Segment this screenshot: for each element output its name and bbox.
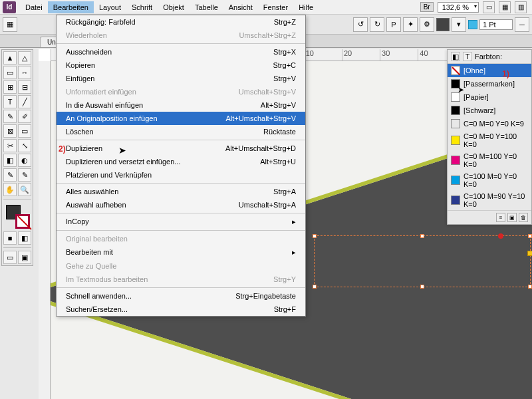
swatches-footer: ≡ ▣ 🗑 xyxy=(448,210,531,224)
scissors-tool-icon[interactable]: ✂ xyxy=(3,139,17,152)
menu-objekt[interactable]: Objekt xyxy=(158,1,190,13)
content-placer-icon[interactable]: ⊟ xyxy=(18,80,31,94)
gap-tool-icon[interactable]: ↔ xyxy=(18,66,31,79)
menu-hilfe[interactable]: Hilfe xyxy=(293,1,319,13)
type-tool-icon[interactable]: T xyxy=(3,95,17,108)
new-swatch-icon[interactable]: ▣ xyxy=(507,213,517,222)
normal-view-icon[interactable]: ▭ xyxy=(3,251,17,264)
tint-label: Farbton: xyxy=(475,53,502,61)
selection-tool-icon[interactable]: ▲ xyxy=(3,51,17,65)
menuitem[interactable]: Bearbeiten mit▸ xyxy=(57,245,305,259)
line-tool-icon[interactable]: ╱ xyxy=(18,95,31,108)
menuitem[interactable]: Auswahl aufhebenUmschalt+Strg+A xyxy=(57,198,305,211)
rotate-ccw-icon[interactable]: ↺ xyxy=(353,17,368,32)
arrange-icon[interactable]: ▥ xyxy=(515,1,527,13)
rectangle-frame-icon[interactable]: ⊠ xyxy=(3,124,17,138)
fill-stroke-proxy[interactable] xyxy=(5,203,30,229)
menuitem[interactable]: In die Auswahl einfügenAlt+Strg+V xyxy=(57,98,305,112)
gear-icon[interactable]: ⚙ xyxy=(420,17,434,32)
free-transform-icon[interactable]: ⤡ xyxy=(18,139,31,152)
menuitem[interactable]: LöschenRücktaste xyxy=(57,125,305,138)
hand-tool-icon[interactable]: ✋ xyxy=(3,183,17,196)
menuitem[interactable]: AusschneidenStrg+X xyxy=(57,45,305,59)
rotate-cw-icon[interactable]: ↻ xyxy=(370,17,384,32)
menuitem[interactable]: KopierenStrg+C xyxy=(57,59,305,72)
pen-tool-icon[interactable]: ✎ xyxy=(3,110,17,123)
text-fill-icon[interactable]: T xyxy=(463,52,472,61)
zoom-level[interactable]: 132,6 % xyxy=(438,2,479,13)
menuitem[interactable]: EinfügenStrg+V xyxy=(57,72,305,85)
swatch-item[interactable]: C=0 M=100 Y=0 K=0 xyxy=(448,150,531,170)
menuitem[interactable]: Rückgängig: FarbfeldStrg+Z xyxy=(57,15,305,29)
view-mode-icon[interactable]: ▭ xyxy=(483,1,495,13)
annotation-1: 1) xyxy=(502,69,509,78)
menu-ansicht[interactable]: Ansicht xyxy=(223,1,258,13)
menuitem[interactable]: Alles auswählenStrg+A xyxy=(57,185,305,198)
cursor2-icon: ➤ xyxy=(458,85,464,94)
menuitem[interactable]: An Originalposition einfügenAlt+Umschalt… xyxy=(57,112,305,125)
apply-color-icon[interactable]: ■ xyxy=(3,231,17,245)
menuitem[interactable]: Duplizieren und versetzt einfügen...Alt+… xyxy=(57,155,305,168)
apply-gradient-icon[interactable]: ◧ xyxy=(18,231,31,245)
page-tool-icon[interactable]: ▭ xyxy=(3,66,17,79)
bridge-badge[interactable]: Br xyxy=(420,2,434,12)
swatches-panel: ◧ T Farbton: [Ohne][Passermarken][Papier… xyxy=(447,49,532,225)
reference-point-icon[interactable]: ▦ xyxy=(3,17,17,32)
live-corner-widget[interactable] xyxy=(527,251,532,256)
selected-frame[interactable] xyxy=(314,235,531,287)
edit-menu-dropdown: Rückgängig: FarbfeldStrg+ZWiederholenUms… xyxy=(56,15,306,317)
menubar: Id DateiBearbeitenLayoutSchriftObjektTab… xyxy=(0,0,532,15)
eyedropper-tool-icon[interactable]: ✎ xyxy=(18,168,31,182)
swatch-item[interactable]: [Ohne] xyxy=(448,64,531,77)
app-logo-indesign: Id xyxy=(3,1,16,13)
menuitem[interactable]: Suchen/Ersetzen...Strg+F xyxy=(57,303,305,316)
delete-swatch-icon[interactable]: 🗑 xyxy=(519,213,528,222)
menuitem: Gehe zu Quelle xyxy=(57,259,305,273)
menuitem[interactable]: InCopy▸ xyxy=(57,215,305,229)
stroke-proxy[interactable] xyxy=(15,214,30,229)
ruler-vertical xyxy=(39,61,51,399)
preview-view-icon[interactable]: ▣ xyxy=(18,251,31,264)
stroke-style-icon[interactable]: ─ xyxy=(515,17,529,32)
menuitem[interactable]: Platzieren und Verknüpfen xyxy=(57,168,305,182)
menuitem[interactable]: DuplizierenAlt+Umschalt+Strg+D xyxy=(57,142,305,155)
show-list-icon[interactable]: ≡ xyxy=(496,213,505,222)
menu-tabelle[interactable]: Tabelle xyxy=(190,1,223,13)
zoom-tool-icon[interactable]: 🔍 xyxy=(18,183,31,196)
swatch-item[interactable]: C=100 M=0 Y=0 K=0 xyxy=(448,170,531,190)
live-corner-icon[interactable] xyxy=(468,20,477,29)
menuitem: Unformatiert einfügenUmschalt+Strg+V xyxy=(57,85,305,98)
swatch-item[interactable]: C=0 M=0 Y=100 K=0 xyxy=(448,130,531,150)
fill-toggle-icon[interactable]: ◧ xyxy=(451,52,460,61)
gradient-swatch-icon[interactable]: ◧ xyxy=(3,154,17,167)
direct-selection-icon[interactable]: △ xyxy=(18,51,31,65)
swatch-item[interactable]: C=100 M=90 Y=10 K=0 xyxy=(448,190,531,210)
p-icon[interactable]: P xyxy=(386,17,401,32)
menuitem: WiederholenUmschalt+Strg+Z xyxy=(57,29,305,42)
toolbox: ▲ △ ▭ ↔ ⊞ ⊟ T ╱ ✎ ✐ ⊠ ▭ ✂ ⤡ ◧ ◐ ✎ ✎ ✋ 🔍 … xyxy=(1,49,33,266)
swatch-item[interactable]: C=0 M=0 Y=0 K=9 xyxy=(448,117,531,130)
menuitem: Original bearbeiten xyxy=(57,232,305,245)
fx-icon[interactable]: ✦ xyxy=(403,17,418,32)
fill-color-dark[interactable] xyxy=(436,18,450,31)
menu-layout[interactable]: Layout xyxy=(94,1,126,13)
menu-schrift[interactable]: Schrift xyxy=(126,1,158,13)
pencil-tool-icon[interactable]: ✐ xyxy=(18,110,31,123)
content-collector-icon[interactable]: ⊞ xyxy=(3,80,17,94)
menu-bearbeiten[interactable]: Bearbeiten xyxy=(48,1,94,13)
stroke-weight[interactable]: 1 Pt xyxy=(479,19,513,30)
menu-fenster[interactable]: Fenster xyxy=(258,1,293,13)
arrow-down-icon[interactable]: ▾ xyxy=(452,17,466,32)
rectangle-tool-icon[interactable]: ▭ xyxy=(18,124,31,138)
menuitem: Im Textmodus bearbeitenStrg+Y xyxy=(57,273,305,286)
cursor-icon: ➤ xyxy=(118,145,126,156)
annotation-2: 2) xyxy=(59,144,66,154)
swatch-item[interactable]: [Schwarz] xyxy=(448,104,531,117)
screen-mode-icon[interactable]: ▦ xyxy=(499,1,511,13)
gradient-feather-icon[interactable]: ◐ xyxy=(18,154,31,167)
menu-datei[interactable]: Datei xyxy=(20,1,48,13)
note-tool-icon[interactable]: ✎ xyxy=(3,168,17,182)
reference-point-indicator xyxy=(498,233,503,239)
menuitem[interactable]: Schnell anwenden...Strg+Eingabetaste xyxy=(57,289,305,303)
